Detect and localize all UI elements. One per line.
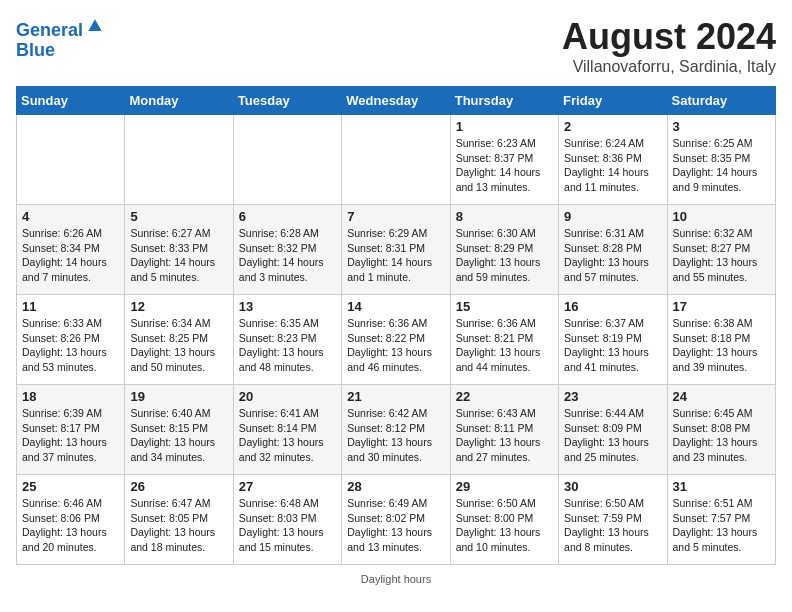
day-number: 24 bbox=[673, 389, 770, 404]
day-info: Sunrise: 6:23 AM Sunset: 8:37 PM Dayligh… bbox=[456, 136, 553, 195]
logo: General Blue bbox=[16, 16, 105, 61]
calendar-cell: 1Sunrise: 6:23 AM Sunset: 8:37 PM Daylig… bbox=[450, 115, 558, 205]
day-number: 29 bbox=[456, 479, 553, 494]
day-info: Sunrise: 6:47 AM Sunset: 8:05 PM Dayligh… bbox=[130, 496, 227, 555]
day-info: Sunrise: 6:34 AM Sunset: 8:25 PM Dayligh… bbox=[130, 316, 227, 375]
calendar-cell: 14Sunrise: 6:36 AM Sunset: 8:22 PM Dayli… bbox=[342, 295, 450, 385]
day-number: 3 bbox=[673, 119, 770, 134]
day-info: Sunrise: 6:36 AM Sunset: 8:21 PM Dayligh… bbox=[456, 316, 553, 375]
day-info: Sunrise: 6:28 AM Sunset: 8:32 PM Dayligh… bbox=[239, 226, 336, 285]
day-info: Sunrise: 6:45 AM Sunset: 8:08 PM Dayligh… bbox=[673, 406, 770, 465]
logo-general: General bbox=[16, 20, 83, 40]
calendar-week-2: 4Sunrise: 6:26 AM Sunset: 8:34 PM Daylig… bbox=[17, 205, 776, 295]
daylight-label: Daylight hours bbox=[361, 573, 431, 585]
calendar-cell: 3Sunrise: 6:25 AM Sunset: 8:35 PM Daylig… bbox=[667, 115, 775, 205]
calendar-cell: 7Sunrise: 6:29 AM Sunset: 8:31 PM Daylig… bbox=[342, 205, 450, 295]
day-number: 8 bbox=[456, 209, 553, 224]
calendar-week-5: 25Sunrise: 6:46 AM Sunset: 8:06 PM Dayli… bbox=[17, 475, 776, 565]
day-number: 13 bbox=[239, 299, 336, 314]
col-header-sunday: Sunday bbox=[17, 87, 125, 115]
day-number: 12 bbox=[130, 299, 227, 314]
calendar-cell: 10Sunrise: 6:32 AM Sunset: 8:27 PM Dayli… bbox=[667, 205, 775, 295]
day-number: 27 bbox=[239, 479, 336, 494]
day-number: 28 bbox=[347, 479, 444, 494]
day-info: Sunrise: 6:44 AM Sunset: 8:09 PM Dayligh… bbox=[564, 406, 661, 465]
day-info: Sunrise: 6:27 AM Sunset: 8:33 PM Dayligh… bbox=[130, 226, 227, 285]
day-info: Sunrise: 6:46 AM Sunset: 8:06 PM Dayligh… bbox=[22, 496, 119, 555]
day-number: 11 bbox=[22, 299, 119, 314]
title-block: August 2024 Villanovaforru, Sardinia, It… bbox=[562, 16, 776, 76]
calendar-cell: 4Sunrise: 6:26 AM Sunset: 8:34 PM Daylig… bbox=[17, 205, 125, 295]
calendar-cell: 27Sunrise: 6:48 AM Sunset: 8:03 PM Dayli… bbox=[233, 475, 341, 565]
calendar-cell: 28Sunrise: 6:49 AM Sunset: 8:02 PM Dayli… bbox=[342, 475, 450, 565]
day-info: Sunrise: 6:32 AM Sunset: 8:27 PM Dayligh… bbox=[673, 226, 770, 285]
col-header-thursday: Thursday bbox=[450, 87, 558, 115]
calendar-cell: 20Sunrise: 6:41 AM Sunset: 8:14 PM Dayli… bbox=[233, 385, 341, 475]
day-info: Sunrise: 6:30 AM Sunset: 8:29 PM Dayligh… bbox=[456, 226, 553, 285]
day-info: Sunrise: 6:35 AM Sunset: 8:23 PM Dayligh… bbox=[239, 316, 336, 375]
calendar-cell: 2Sunrise: 6:24 AM Sunset: 8:36 PM Daylig… bbox=[559, 115, 667, 205]
day-info: Sunrise: 6:36 AM Sunset: 8:22 PM Dayligh… bbox=[347, 316, 444, 375]
day-number: 25 bbox=[22, 479, 119, 494]
calendar-cell bbox=[342, 115, 450, 205]
day-info: Sunrise: 6:41 AM Sunset: 8:14 PM Dayligh… bbox=[239, 406, 336, 465]
day-info: Sunrise: 6:39 AM Sunset: 8:17 PM Dayligh… bbox=[22, 406, 119, 465]
calendar-cell: 22Sunrise: 6:43 AM Sunset: 8:11 PM Dayli… bbox=[450, 385, 558, 475]
logo-icon bbox=[85, 16, 105, 36]
calendar-cell: 21Sunrise: 6:42 AM Sunset: 8:12 PM Dayli… bbox=[342, 385, 450, 475]
day-number: 4 bbox=[22, 209, 119, 224]
day-number: 26 bbox=[130, 479, 227, 494]
col-header-tuesday: Tuesday bbox=[233, 87, 341, 115]
day-number: 7 bbox=[347, 209, 444, 224]
day-info: Sunrise: 6:29 AM Sunset: 8:31 PM Dayligh… bbox=[347, 226, 444, 285]
logo-blue: Blue bbox=[16, 40, 55, 60]
day-info: Sunrise: 6:43 AM Sunset: 8:11 PM Dayligh… bbox=[456, 406, 553, 465]
day-number: 14 bbox=[347, 299, 444, 314]
calendar-subtitle: Villanovaforru, Sardinia, Italy bbox=[562, 58, 776, 76]
calendar-cell: 8Sunrise: 6:30 AM Sunset: 8:29 PM Daylig… bbox=[450, 205, 558, 295]
col-header-monday: Monday bbox=[125, 87, 233, 115]
calendar-week-1: 1Sunrise: 6:23 AM Sunset: 8:37 PM Daylig… bbox=[17, 115, 776, 205]
day-number: 19 bbox=[130, 389, 227, 404]
day-number: 20 bbox=[239, 389, 336, 404]
calendar-title: August 2024 bbox=[562, 16, 776, 58]
page-header: General Blue August 2024 Villanovaforru,… bbox=[16, 16, 776, 76]
day-number: 30 bbox=[564, 479, 661, 494]
calendar-cell bbox=[233, 115, 341, 205]
calendar-cell: 18Sunrise: 6:39 AM Sunset: 8:17 PM Dayli… bbox=[17, 385, 125, 475]
day-number: 22 bbox=[456, 389, 553, 404]
calendar-cell: 30Sunrise: 6:50 AM Sunset: 7:59 PM Dayli… bbox=[559, 475, 667, 565]
calendar-cell: 31Sunrise: 6:51 AM Sunset: 7:57 PM Dayli… bbox=[667, 475, 775, 565]
day-number: 9 bbox=[564, 209, 661, 224]
calendar-cell: 24Sunrise: 6:45 AM Sunset: 8:08 PM Dayli… bbox=[667, 385, 775, 475]
day-info: Sunrise: 6:33 AM Sunset: 8:26 PM Dayligh… bbox=[22, 316, 119, 375]
day-info: Sunrise: 6:37 AM Sunset: 8:19 PM Dayligh… bbox=[564, 316, 661, 375]
svg-marker-0 bbox=[88, 19, 101, 31]
calendar-cell: 9Sunrise: 6:31 AM Sunset: 8:28 PM Daylig… bbox=[559, 205, 667, 295]
day-number: 2 bbox=[564, 119, 661, 134]
calendar-cell: 13Sunrise: 6:35 AM Sunset: 8:23 PM Dayli… bbox=[233, 295, 341, 385]
day-info: Sunrise: 6:38 AM Sunset: 8:18 PM Dayligh… bbox=[673, 316, 770, 375]
day-number: 6 bbox=[239, 209, 336, 224]
day-info: Sunrise: 6:49 AM Sunset: 8:02 PM Dayligh… bbox=[347, 496, 444, 555]
day-number: 16 bbox=[564, 299, 661, 314]
calendar-body: 1Sunrise: 6:23 AM Sunset: 8:37 PM Daylig… bbox=[17, 115, 776, 565]
day-number: 21 bbox=[347, 389, 444, 404]
calendar-cell: 15Sunrise: 6:36 AM Sunset: 8:21 PM Dayli… bbox=[450, 295, 558, 385]
day-number: 5 bbox=[130, 209, 227, 224]
calendar-week-3: 11Sunrise: 6:33 AM Sunset: 8:26 PM Dayli… bbox=[17, 295, 776, 385]
col-header-wednesday: Wednesday bbox=[342, 87, 450, 115]
day-number: 31 bbox=[673, 479, 770, 494]
day-number: 15 bbox=[456, 299, 553, 314]
calendar-cell: 16Sunrise: 6:37 AM Sunset: 8:19 PM Dayli… bbox=[559, 295, 667, 385]
calendar-cell: 5Sunrise: 6:27 AM Sunset: 8:33 PM Daylig… bbox=[125, 205, 233, 295]
day-number: 10 bbox=[673, 209, 770, 224]
calendar-cell: 26Sunrise: 6:47 AM Sunset: 8:05 PM Dayli… bbox=[125, 475, 233, 565]
calendar-cell: 11Sunrise: 6:33 AM Sunset: 8:26 PM Dayli… bbox=[17, 295, 125, 385]
day-number: 17 bbox=[673, 299, 770, 314]
calendar-cell: 12Sunrise: 6:34 AM Sunset: 8:25 PM Dayli… bbox=[125, 295, 233, 385]
calendar-cell: 23Sunrise: 6:44 AM Sunset: 8:09 PM Dayli… bbox=[559, 385, 667, 475]
day-number: 1 bbox=[456, 119, 553, 134]
calendar-cell: 6Sunrise: 6:28 AM Sunset: 8:32 PM Daylig… bbox=[233, 205, 341, 295]
col-header-saturday: Saturday bbox=[667, 87, 775, 115]
